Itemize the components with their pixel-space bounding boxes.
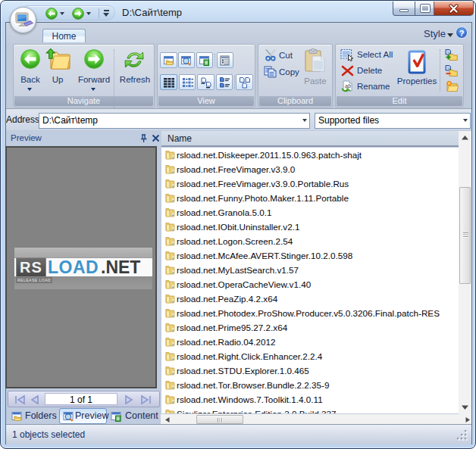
svg-text:ab: ab	[345, 83, 351, 89]
